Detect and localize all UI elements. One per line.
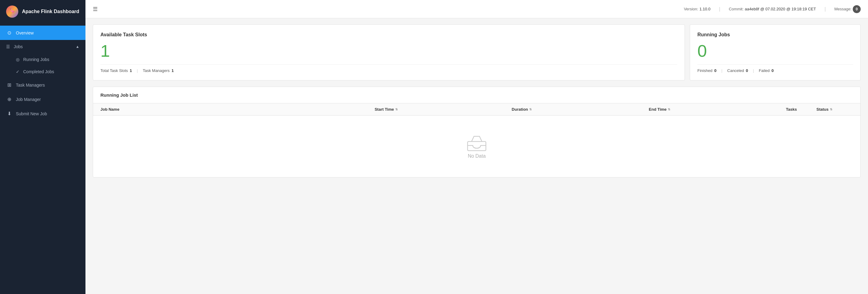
stat-sep-1: | (721, 68, 722, 73)
col-header-end-time[interactable]: End Time ⇅ (649, 107, 786, 111)
topbar-version: Version: 1.10.0 (684, 7, 711, 11)
col-header-tasks: Tasks (786, 107, 816, 111)
col-duration-label: Duration (512, 107, 528, 111)
sidebar-item-task-managers-label: Task Managers (16, 83, 45, 88)
col-header-job-name: Job Name (100, 107, 374, 111)
sidebar-item-completed-jobs-label: Completed Jobs (23, 69, 54, 74)
col-tasks-label: Tasks (786, 107, 797, 111)
job-manager-icon: ⊕ (6, 96, 12, 102)
empty-state: No Data (93, 116, 860, 177)
message-label: Message: (834, 7, 851, 11)
task-slots-card: Available Task Slots 1 Total Task Slots … (93, 24, 685, 80)
task-slots-footer: Total Task Slots 1 | Task Managers 1 (100, 68, 677, 73)
finished-label: Finished (698, 68, 712, 73)
col-header-start-time[interactable]: Start Time ⇅ (374, 107, 512, 111)
sidebar-item-job-manager[interactable]: ⊕ Job Manager (0, 92, 86, 106)
empty-message: No Data (468, 154, 486, 159)
commit-value: aa4eb8f @ 07.02.2020 @ 19:18:19 CET (745, 7, 816, 11)
canceled-value: 0 (746, 68, 748, 73)
col-header-status[interactable]: Status ⇅ (816, 107, 853, 111)
task-slots-divider (100, 64, 677, 65)
sidebar-item-jobs-label: Jobs (14, 44, 23, 49)
svg-rect-0 (468, 141, 486, 151)
failed-value: 0 (772, 68, 774, 73)
sidebar-item-jobs[interactable]: ☰ Jobs ▲ (0, 40, 86, 53)
jobs-chevron-icon: ▲ (76, 44, 79, 49)
task-managers-value: 1 (172, 68, 174, 73)
main-area: ☰ Version: 1.10.0 | Commit: aa4eb8f @ 07… (86, 0, 868, 294)
start-time-sort-icon: ⇅ (395, 108, 398, 111)
version-value: 1.10.0 (700, 7, 711, 11)
footer-sep: | (137, 68, 138, 73)
col-end-time-label: End Time (649, 107, 666, 111)
running-jobs-number: 0 (698, 42, 853, 60)
sidebar-nav: ⊙ Overview ☰ Jobs ▲ ◎ Running Jobs ✓ Com… (0, 23, 86, 294)
sidebar-item-job-manager-label: Job Manager (16, 97, 41, 102)
stat-sep-2: | (753, 68, 754, 73)
running-jobs-divider (698, 64, 853, 65)
app-logo-icon: 🦩 (6, 5, 18, 18)
topbar-sep-2: | (824, 6, 826, 12)
sidebar: 🦩 Apache Flink Dashboard ⊙ Overview ☰ Jo… (0, 0, 86, 294)
total-task-slots-value: 1 (130, 68, 132, 73)
cards-row: Available Task Slots 1 Total Task Slots … (93, 24, 861, 80)
canceled-label: Canceled (727, 68, 744, 73)
canceled-stat: Canceled 0 (727, 68, 748, 73)
sidebar-item-submit-new-job[interactable]: ⬇ Submit New Job (0, 106, 86, 121)
total-task-slots-label: Total Task Slots (100, 68, 128, 73)
content-area: Available Task Slots 1 Total Task Slots … (86, 18, 868, 294)
sidebar-item-overview[interactable]: ⊙ Overview (0, 26, 86, 40)
finished-stat: Finished 0 (698, 68, 716, 73)
col-status-label: Status (816, 107, 829, 111)
failed-stat: Failed 0 (759, 68, 774, 73)
running-job-list-title: Running Job List (93, 87, 860, 103)
sidebar-item-completed-jobs[interactable]: ✓ Completed Jobs (0, 66, 86, 78)
overview-icon: ⊙ (6, 30, 12, 36)
logo-area: 🦩 Apache Flink Dashboard (0, 0, 86, 23)
duration-sort-icon: ⇅ (529, 108, 532, 111)
running-jobs-icon: ◎ (16, 57, 20, 62)
failed-label: Failed (759, 68, 769, 73)
topbar-sep-1: | (719, 6, 720, 12)
running-job-list-section: Running Job List Job Name Start Time ⇅ D… (93, 87, 861, 177)
empty-inbox-icon (466, 134, 488, 154)
menu-toggle-icon[interactable]: ☰ (93, 6, 98, 12)
topbar-commit: Commit: aa4eb8f @ 07.02.2020 @ 19:18:19 … (729, 7, 816, 11)
running-jobs-stats: Finished 0 | Canceled 0 | Failed 0 (698, 68, 853, 73)
app-title: Apache Flink Dashboard (22, 9, 79, 14)
sidebar-item-running-jobs-label: Running Jobs (23, 57, 50, 62)
col-header-duration[interactable]: Duration ⇅ (512, 107, 649, 111)
sidebar-item-task-managers[interactable]: ⊞ Task Managers (0, 78, 86, 92)
submit-job-icon: ⬇ (6, 111, 12, 117)
message-badge[interactable]: 0 (853, 5, 861, 13)
task-slots-number: 1 (100, 42, 677, 60)
running-jobs-card-title: Running Jobs (698, 32, 853, 37)
task-managers-item: Task Managers 1 (143, 68, 174, 73)
version-label: Version: (684, 7, 698, 11)
sidebar-item-submit-new-job-label: Submit New Job (16, 111, 47, 116)
jobs-icon: ☰ (6, 44, 10, 49)
sidebar-item-overview-label: Overview (16, 31, 34, 35)
col-job-name-label: Job Name (100, 107, 119, 111)
total-task-slots-item: Total Task Slots 1 (100, 68, 132, 73)
finished-value: 0 (714, 68, 716, 73)
commit-label: Commit: (729, 7, 743, 11)
topbar-message: Message: 0 (834, 5, 861, 13)
task-managers-label: Task Managers (143, 68, 170, 73)
topbar: ☰ Version: 1.10.0 | Commit: aa4eb8f @ 07… (86, 0, 868, 18)
running-jobs-card: Running Jobs 0 Finished 0 | Canceled 0 | (690, 24, 861, 80)
task-managers-icon: ⊞ (6, 82, 12, 88)
completed-jobs-icon: ✓ (16, 69, 20, 74)
end-time-sort-icon: ⇅ (668, 108, 670, 111)
task-slots-card-title: Available Task Slots (100, 32, 677, 37)
status-sort-icon: ⇅ (830, 108, 832, 111)
table-header: Job Name Start Time ⇅ Duration ⇅ End Tim… (93, 103, 860, 116)
col-start-time-label: Start Time (374, 107, 394, 111)
sidebar-item-running-jobs[interactable]: ◎ Running Jobs (0, 53, 86, 66)
